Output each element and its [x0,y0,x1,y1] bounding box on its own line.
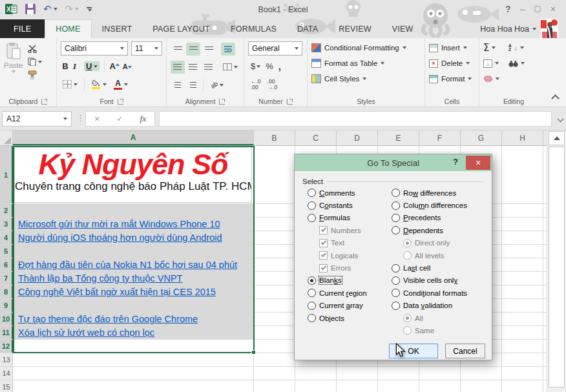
option-formulas[interactable]: Formulas [308,212,389,224]
tab-insert[interactable]: INSERT [92,19,143,38]
autosum-button[interactable]: Σ [483,42,499,54]
cell-A9[interactable] [13,299,254,312]
option-data-validation[interactable]: Data validation [392,300,488,312]
option-precedents[interactable]: Precedents [392,212,488,224]
option-comments[interactable]: Comments [308,187,389,199]
row-header-1[interactable]: 1 [0,146,13,203]
radio-control[interactable] [392,201,400,210]
row-header-11[interactable]: 11 [0,326,13,339]
radio-control[interactable] [308,189,316,197]
hyperlink-row-11[interactable]: Xóa lịch sử lướt web có chọn lọc [13,327,154,338]
bold-button[interactable]: B [61,62,70,70]
hyperlink-row-7[interactable]: Thành lập ba Tổng công ty thuộc VNPT [13,273,182,284]
hyperlink-row-4[interactable]: Người dùng iOS thoáng hơn người dùng And… [13,232,222,243]
find-select-button[interactable] [508,57,525,69]
format-cells-button[interactable]: Format [429,73,475,85]
increase-indent-button[interactable] [186,79,200,92]
borders-button[interactable] [61,79,79,89]
hyperlink-row-3[interactable]: Microsoft gửi thư mời ra mắt Windows Pho… [13,219,220,229]
row-header-12[interactable]: 12 [0,340,13,353]
comma-style-button[interactable]: , [278,61,281,72]
select-all-corner[interactable] [0,130,13,145]
cells-B-H-row-14[interactable] [254,367,547,380]
align-right-button[interactable] [202,61,216,74]
cell-A6[interactable]: Đợt hàng đầu tiên của Nokia N1 bốc hơi s… [13,258,254,271]
option-current-region[interactable]: Current region [308,287,389,299]
insert-function-icon[interactable]: fx [140,114,146,124]
paste-button[interactable]: Paste [4,41,23,79]
option-constants[interactable]: Constants [308,199,389,211]
radio-control[interactable] [308,289,316,297]
ok-button[interactable]: OK [389,344,438,358]
radio-control[interactable] [392,214,400,222]
radio-control[interactable] [308,214,316,222]
number-dialog-launcher-icon[interactable] [287,99,293,105]
column-header-D[interactable]: D [337,130,378,145]
insert-cells-button[interactable]: Insert [429,42,475,54]
percent-style-button[interactable]: % [266,61,273,71]
cell-A13[interactable] [13,353,254,366]
cell-styles-button[interactable]: Cell Styles [311,73,421,85]
row-header-13[interactable]: 13 [0,353,13,366]
scroll-up-icon[interactable] [549,131,565,145]
column-header-E[interactable]: E [378,130,419,145]
conditional-formatting-button[interactable]: Conditional Formatting [311,42,421,54]
option-last-cell[interactable]: Last cell [392,262,488,274]
tab-home[interactable]: HOME [45,19,91,38]
radio-control[interactable] [308,302,316,310]
decrease-decimal-button[interactable]: .00→.0 [267,79,278,90]
collapse-ribbon-icon[interactable] [551,94,560,103]
wrap-text-button[interactable] [221,43,235,56]
cells-B-H-row-15[interactable] [254,380,547,392]
cell-A8[interactable]: Công nghệ Việt bất ngờ xuất hiện tại CES… [13,285,254,298]
row-header-3[interactable]: 3 [0,218,13,231]
middle-align-button[interactable] [186,43,200,56]
shrink-font-button[interactable]: A [123,62,132,70]
align-left-button[interactable] [171,61,185,74]
maximize-button[interactable]: ▢ [534,4,541,14]
tab-file[interactable]: FILE [0,19,45,38]
option-visible-cells-only[interactable]: Visible cells only [392,274,488,287]
cell-A10[interactable]: Tự tạo theme độc đáo trên Google Chrome [13,313,254,325]
cell-A11[interactable]: Xóa lịch sử lướt web có chọn lọc [13,326,254,339]
italic-button[interactable]: I [73,62,81,70]
qat-customize-button[interactable] [87,7,92,12]
alignment-dialog-launcher-icon[interactable] [219,99,225,105]
cell-A2[interactable] [13,204,254,217]
close-button[interactable]: × [550,4,556,14]
center-button[interactable] [186,61,200,74]
radio-control[interactable] [308,276,316,285]
copy-button[interactable] [28,57,42,66]
font-dialog-launcher-icon[interactable] [118,99,123,105]
hyperlink-row-6[interactable]: Đợt hàng đầu tiên của Nokia N1 bốc hơi s… [13,260,237,270]
column-header-A[interactable]: A [13,130,254,145]
formula-input[interactable] [159,111,552,127]
dialog-titlebar[interactable]: Go To Special ? × [295,154,492,171]
option-column-differences[interactable]: Column differences [392,199,488,211]
accounting-format-button[interactable]: $ [251,61,260,71]
save-button[interactable] [25,4,36,14]
row-header-6[interactable]: 6 [0,258,13,271]
fill-color-button[interactable] [89,79,109,90]
clear-button[interactable] [483,73,499,85]
cell-A4[interactable]: Người dùng iOS thoáng hơn người dùng And… [13,231,254,244]
confirm-entry-icon[interactable]: ✓ [116,114,123,123]
radio-control[interactable] [392,189,400,197]
clipboard-dialog-launcher-icon[interactable] [41,99,47,105]
format-as-table-button[interactable]: Format as Table [311,57,421,69]
option-row-differences[interactable]: Row differences [392,187,488,199]
radio-control[interactable] [308,201,316,210]
option-conditional-formats[interactable]: Conditional formats [392,287,488,299]
row-header-5[interactable]: 5 [0,245,13,258]
radio-control[interactable] [392,264,400,273]
tab-formulas[interactable]: FORMULAS [220,19,287,38]
option-blanks[interactable]: Blanks [308,274,389,287]
tab-page-layout[interactable]: PAGE LAYOUT [142,19,220,38]
top-align-button[interactable] [171,43,185,56]
cell-A14[interactable] [13,367,254,380]
minimize-button[interactable]: – [520,4,525,14]
cell-A5[interactable] [13,245,254,258]
grow-font-button[interactable]: A [109,62,119,70]
row-header-15[interactable]: 15 [0,380,13,392]
radio-control[interactable] [392,226,400,234]
